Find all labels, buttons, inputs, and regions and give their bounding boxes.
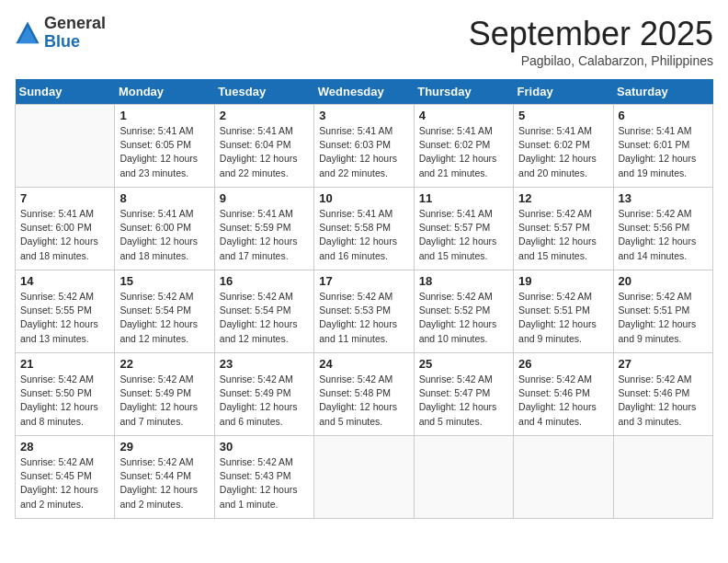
calendar-cell: 7Sunrise: 5:41 AMSunset: 6:00 PMDaylight… bbox=[16, 188, 115, 270]
calendar-cell bbox=[613, 436, 712, 519]
day-number: 22 bbox=[119, 357, 209, 371]
logo-text: General Blue bbox=[44, 15, 106, 52]
day-header-wednesday: Wednesday bbox=[314, 79, 414, 105]
day-number: 24 bbox=[319, 357, 408, 371]
calendar-cell: 5Sunrise: 5:41 AMSunset: 6:02 PMDaylight… bbox=[514, 105, 613, 188]
day-info: Sunrise: 5:42 AMSunset: 5:54 PMDaylight:… bbox=[220, 290, 309, 346]
location-subtitle: Pagbilao, Calabarzon, Philippines bbox=[469, 53, 713, 68]
calendar-body: 1Sunrise: 5:41 AMSunset: 6:05 PMDaylight… bbox=[16, 105, 713, 519]
day-header-monday: Monday bbox=[115, 79, 214, 105]
day-number: 28 bbox=[20, 440, 109, 454]
day-number: 25 bbox=[419, 357, 508, 371]
calendar-table: SundayMondayTuesdayWednesdayThursdayFrid… bbox=[15, 79, 713, 519]
logo: General Blue bbox=[15, 15, 106, 52]
day-number: 13 bbox=[619, 191, 708, 205]
header-row: SundayMondayTuesdayWednesdayThursdayFrid… bbox=[16, 79, 713, 105]
day-number: 16 bbox=[220, 274, 309, 288]
day-number: 23 bbox=[220, 357, 309, 371]
calendar-cell bbox=[16, 105, 115, 188]
calendar-cell: 27Sunrise: 5:42 AMSunset: 5:46 PMDayligh… bbox=[613, 353, 712, 436]
calendar-cell: 28Sunrise: 5:42 AMSunset: 5:45 PMDayligh… bbox=[16, 436, 115, 519]
day-header-tuesday: Tuesday bbox=[214, 79, 313, 105]
calendar-cell: 11Sunrise: 5:41 AMSunset: 5:57 PMDayligh… bbox=[414, 188, 513, 270]
logo-general-text: General bbox=[44, 15, 106, 33]
day-info: Sunrise: 5:41 AMSunset: 6:00 PMDaylight:… bbox=[119, 207, 209, 263]
title-block: September 2025 Pagbilao, Calabarzon, Phi… bbox=[469, 15, 713, 68]
day-number: 3 bbox=[319, 109, 408, 122]
calendar-cell: 8Sunrise: 5:41 AMSunset: 6:00 PMDaylight… bbox=[115, 188, 214, 270]
day-info: Sunrise: 5:42 AMSunset: 5:53 PMDaylight:… bbox=[319, 290, 408, 346]
day-number: 14 bbox=[20, 274, 109, 288]
day-info: Sunrise: 5:41 AMSunset: 5:57 PMDaylight:… bbox=[419, 207, 508, 263]
day-info: Sunrise: 5:41 AMSunset: 5:59 PMDaylight:… bbox=[220, 207, 309, 263]
day-number: 9 bbox=[220, 191, 309, 205]
day-info: Sunrise: 5:42 AMSunset: 5:46 PMDaylight:… bbox=[619, 373, 708, 429]
day-info: Sunrise: 5:41 AMSunset: 5:58 PMDaylight:… bbox=[319, 207, 408, 263]
calendar-header: SundayMondayTuesdayWednesdayThursdayFrid… bbox=[16, 79, 713, 105]
calendar-cell: 10Sunrise: 5:41 AMSunset: 5:58 PMDayligh… bbox=[314, 188, 414, 270]
day-info: Sunrise: 5:41 AMSunset: 6:05 PMDaylight:… bbox=[119, 124, 209, 180]
day-info: Sunrise: 5:42 AMSunset: 5:45 PMDaylight:… bbox=[20, 455, 109, 511]
day-info: Sunrise: 5:42 AMSunset: 5:49 PMDaylight:… bbox=[119, 373, 209, 429]
calendar-week-2: 7Sunrise: 5:41 AMSunset: 6:00 PMDaylight… bbox=[16, 188, 713, 270]
day-info: Sunrise: 5:42 AMSunset: 5:57 PMDaylight:… bbox=[518, 207, 608, 263]
day-number: 29 bbox=[119, 440, 209, 454]
day-info: Sunrise: 5:42 AMSunset: 5:46 PMDaylight:… bbox=[518, 373, 608, 429]
calendar-cell: 20Sunrise: 5:42 AMSunset: 5:51 PMDayligh… bbox=[613, 270, 712, 353]
calendar-cell: 13Sunrise: 5:42 AMSunset: 5:56 PMDayligh… bbox=[613, 188, 712, 270]
calendar-cell: 18Sunrise: 5:42 AMSunset: 5:52 PMDayligh… bbox=[414, 270, 513, 353]
logo-blue-text: Blue bbox=[44, 33, 106, 52]
calendar-cell: 3Sunrise: 5:41 AMSunset: 6:03 PMDaylight… bbox=[314, 105, 414, 188]
day-info: Sunrise: 5:41 AMSunset: 6:04 PMDaylight:… bbox=[220, 124, 309, 180]
day-number: 6 bbox=[619, 109, 708, 122]
day-number: 12 bbox=[518, 191, 608, 205]
day-number: 15 bbox=[119, 274, 209, 288]
calendar-week-3: 14Sunrise: 5:42 AMSunset: 5:55 PMDayligh… bbox=[16, 270, 713, 353]
day-number: 18 bbox=[419, 274, 508, 288]
calendar-cell: 4Sunrise: 5:41 AMSunset: 6:02 PMDaylight… bbox=[414, 105, 513, 188]
day-info: Sunrise: 5:42 AMSunset: 5:54 PMDaylight:… bbox=[119, 290, 209, 346]
calendar-cell bbox=[414, 436, 513, 519]
day-header-friday: Friday bbox=[514, 79, 613, 105]
day-header-sunday: Sunday bbox=[16, 79, 115, 105]
day-number: 30 bbox=[220, 440, 309, 454]
calendar-cell: 24Sunrise: 5:42 AMSunset: 5:48 PMDayligh… bbox=[314, 353, 414, 436]
calendar-cell: 9Sunrise: 5:41 AMSunset: 5:59 PMDaylight… bbox=[214, 188, 313, 270]
calendar-cell: 19Sunrise: 5:42 AMSunset: 5:51 PMDayligh… bbox=[514, 270, 613, 353]
day-header-thursday: Thursday bbox=[414, 79, 513, 105]
day-number: 10 bbox=[319, 191, 408, 205]
day-info: Sunrise: 5:41 AMSunset: 6:01 PMDaylight:… bbox=[619, 124, 708, 180]
day-number: 21 bbox=[20, 357, 109, 371]
calendar-cell: 23Sunrise: 5:42 AMSunset: 5:49 PMDayligh… bbox=[214, 353, 313, 436]
logo-icon bbox=[15, 20, 40, 46]
day-info: Sunrise: 5:42 AMSunset: 5:51 PMDaylight:… bbox=[518, 290, 608, 346]
day-number: 4 bbox=[419, 109, 508, 122]
calendar-cell: 26Sunrise: 5:42 AMSunset: 5:46 PMDayligh… bbox=[514, 353, 613, 436]
day-info: Sunrise: 5:42 AMSunset: 5:48 PMDaylight:… bbox=[319, 373, 408, 429]
calendar-cell: 6Sunrise: 5:41 AMSunset: 6:01 PMDaylight… bbox=[613, 105, 712, 188]
day-info: Sunrise: 5:41 AMSunset: 6:02 PMDaylight:… bbox=[518, 124, 608, 180]
page-header: General Blue September 2025 Pagbilao, Ca… bbox=[15, 15, 713, 68]
day-number: 26 bbox=[518, 357, 608, 371]
day-info: Sunrise: 5:42 AMSunset: 5:50 PMDaylight:… bbox=[20, 373, 109, 429]
day-info: Sunrise: 5:41 AMSunset: 6:00 PMDaylight:… bbox=[20, 207, 109, 263]
day-info: Sunrise: 5:42 AMSunset: 5:47 PMDaylight:… bbox=[419, 373, 508, 429]
day-number: 7 bbox=[20, 191, 109, 205]
calendar-cell bbox=[514, 436, 613, 519]
day-info: Sunrise: 5:42 AMSunset: 5:56 PMDaylight:… bbox=[619, 207, 708, 263]
day-info: Sunrise: 5:42 AMSunset: 5:55 PMDaylight:… bbox=[20, 290, 109, 346]
day-info: Sunrise: 5:42 AMSunset: 5:51 PMDaylight:… bbox=[619, 290, 708, 346]
day-number: 11 bbox=[419, 191, 508, 205]
calendar-cell: 30Sunrise: 5:42 AMSunset: 5:43 PMDayligh… bbox=[214, 436, 313, 519]
calendar-week-5: 28Sunrise: 5:42 AMSunset: 5:45 PMDayligh… bbox=[16, 436, 713, 519]
calendar-cell: 12Sunrise: 5:42 AMSunset: 5:57 PMDayligh… bbox=[514, 188, 613, 270]
day-info: Sunrise: 5:42 AMSunset: 5:44 PMDaylight:… bbox=[119, 455, 209, 511]
calendar-cell: 2Sunrise: 5:41 AMSunset: 6:04 PMDaylight… bbox=[214, 105, 313, 188]
calendar-cell: 29Sunrise: 5:42 AMSunset: 5:44 PMDayligh… bbox=[115, 436, 214, 519]
calendar-week-1: 1Sunrise: 5:41 AMSunset: 6:05 PMDaylight… bbox=[16, 105, 713, 188]
day-info: Sunrise: 5:42 AMSunset: 5:43 PMDaylight:… bbox=[220, 455, 309, 511]
day-number: 19 bbox=[518, 274, 608, 288]
day-info: Sunrise: 5:42 AMSunset: 5:49 PMDaylight:… bbox=[220, 373, 309, 429]
day-number: 2 bbox=[220, 109, 309, 122]
calendar-cell: 14Sunrise: 5:42 AMSunset: 5:55 PMDayligh… bbox=[16, 270, 115, 353]
